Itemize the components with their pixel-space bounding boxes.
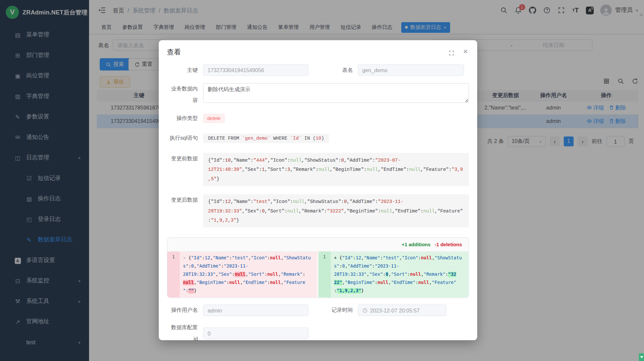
scroll-up-icon[interactable] bbox=[639, 13, 644, 16]
diff-old-code: - {"Id":12,"Name":"test","Icon":null,"Sh… bbox=[180, 252, 318, 298]
form-row-content: 业务数据内容 删除代码生成演示 bbox=[167, 83, 469, 106]
scroll-down-icon[interactable] bbox=[639, 353, 644, 361]
after-data-label: 变更后数据 bbox=[167, 194, 203, 206]
before-data-label: 变更前数据 bbox=[167, 153, 203, 164]
business-content-label: 业务数据内容 bbox=[167, 83, 203, 106]
diff-header: +1 additions -1 deletions bbox=[167, 238, 469, 252]
diff-pane-new: 1 + {"Id":12,"Name":"test","Icon":null,"… bbox=[318, 252, 469, 298]
table-name-input: gen_demo bbox=[358, 64, 464, 76]
diff-line-number: 1 bbox=[318, 252, 331, 298]
business-content-textarea[interactable]: 删除代码生成演示 bbox=[203, 83, 469, 103]
clock-icon bbox=[362, 308, 368, 313]
operator-label: 操作用户名 bbox=[167, 305, 203, 316]
form-row-operator-time: 操作用户名 admin 记录时间 2023-12-07 20:05:57 bbox=[167, 305, 469, 316]
sql-label: 执行sql语句 bbox=[167, 132, 203, 144]
dialog-header: 查看 × bbox=[159, 40, 477, 57]
sql-statement: DELETE FROM `gen_demo` WHERE `Id` IN (10… bbox=[203, 133, 329, 143]
diff-viewer: +1 additions -1 deletions 1 - {"Id":12,"… bbox=[167, 237, 469, 298]
dialog-body: 主键 1732733041941549056 表名 gen_demo 业务数据内… bbox=[159, 64, 477, 345]
delete-tag: delete bbox=[203, 114, 225, 123]
diff-pane-old: 1 - {"Id":12,"Name":"test","Icon":null,"… bbox=[167, 252, 318, 298]
app-root: V ZRAdmin.NET后台管理 ▤ 菜单管理 ⊞ 部门管理 ▣ 岗位管理 ▥… bbox=[0, 0, 644, 361]
operator-input: admin bbox=[203, 305, 309, 316]
record-time-label: 记录时间 bbox=[314, 305, 358, 316]
record-time-input: 2023-12-07 20:05:57 bbox=[358, 305, 446, 316]
dialog-close-icon[interactable]: × bbox=[463, 47, 468, 56]
dialog-fullscreen-icon[interactable] bbox=[448, 50, 455, 56]
deletions-count: -1 deletions bbox=[435, 242, 462, 248]
form-row-before: 变更前数据 {"Id":10,"Name":"444","Icon":null,… bbox=[167, 153, 469, 186]
diff-new-code: + {"Id":12,"Name":"test","Icon":null,"Sh… bbox=[331, 252, 469, 298]
additions-count: +1 additions bbox=[402, 242, 431, 248]
diff-body: 1 - {"Id":12,"Name":"test","Icon":null,"… bbox=[167, 252, 469, 298]
pk-label: 主键 bbox=[167, 64, 203, 76]
diff-line-number: 1 bbox=[167, 252, 180, 298]
before-data-json: {"Id":10,"Name":"444","Icon":null,"ShowS… bbox=[203, 153, 469, 186]
form-row-sql: 执行sql语句 DELETE FROM `gen_demo` WHERE `Id… bbox=[167, 132, 469, 144]
op-type-label: 操作类型 bbox=[167, 113, 203, 124]
form-row-after: 变更后数据 {"Id":12,"Name":"test","Icon":null… bbox=[167, 194, 469, 228]
page-scrollbar[interactable] bbox=[639, 0, 644, 361]
view-dialog: 查看 × 主键 1732733041941549056 表名 gen_demo … bbox=[159, 40, 477, 340]
form-row-optype: 操作类型 delete bbox=[167, 113, 469, 124]
form-row-dbconfig: 数据库配置id 0 bbox=[167, 322, 469, 345]
form-row-pk-table: 主键 1732733041941549056 表名 gen_demo bbox=[167, 64, 469, 76]
after-data-json: {"Id":12,"Name":"test","Icon":null,"Show… bbox=[203, 194, 469, 228]
table-name-label: 表名 bbox=[314, 64, 358, 76]
db-config-label: 数据库配置id bbox=[167, 322, 203, 345]
pk-input: 1732733041941549056 bbox=[203, 64, 309, 76]
db-config-input: 0 bbox=[203, 328, 309, 339]
dialog-title: 查看 bbox=[167, 49, 181, 56]
